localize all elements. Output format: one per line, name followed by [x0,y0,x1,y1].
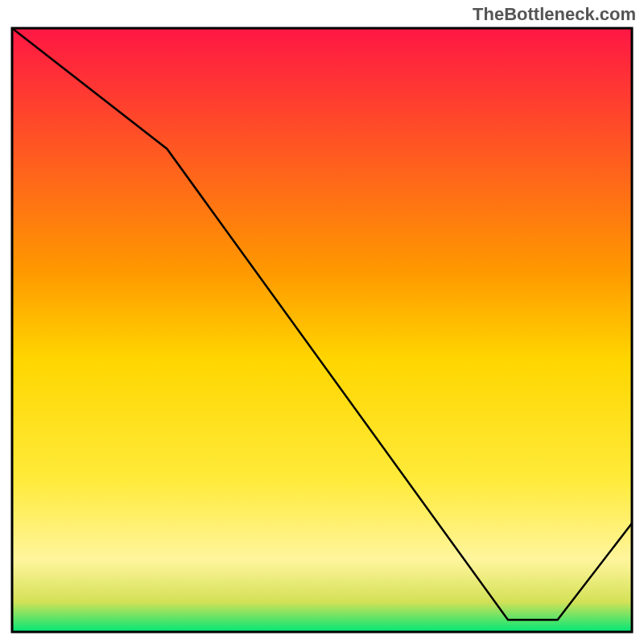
chart-container [8,24,636,636]
gradient-background [12,28,632,632]
chart-svg [8,24,636,636]
watermark-text: TheBottleneck.com [473,4,636,25]
